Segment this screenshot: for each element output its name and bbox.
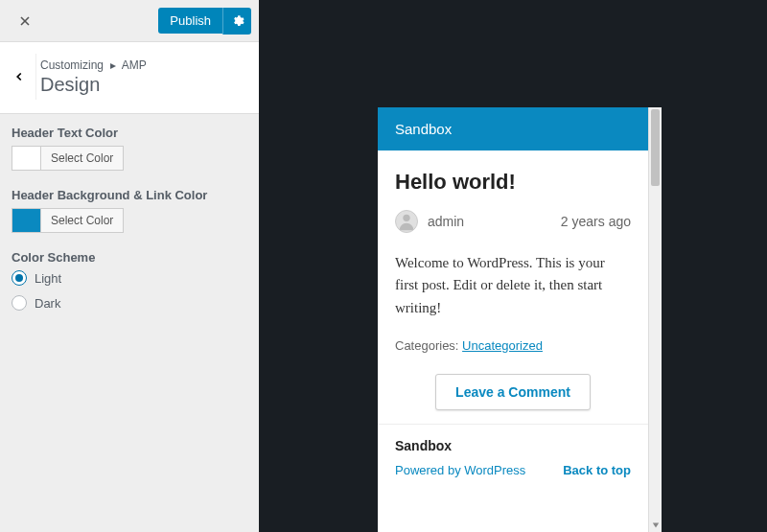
post-author: admin: [395, 210, 464, 233]
author-name: admin: [428, 214, 464, 229]
preview-frame: Sandbox Hello world! admin 2 years ago W…: [378, 107, 662, 532]
back-to-top-link[interactable]: Back to top: [563, 463, 631, 477]
close-button[interactable]: [8, 4, 42, 38]
section-heading: Customizing ▸ AMP Design: [40, 58, 147, 96]
chevron-down-icon: [652, 521, 660, 529]
select-color-button[interactable]: Select Color: [40, 208, 124, 233]
amp-header: Sandbox: [378, 107, 648, 150]
section-title: Design: [40, 74, 147, 96]
radio-input[interactable]: [12, 270, 27, 286]
controls-list: Header Text Color Select Color Header Ba…: [0, 114, 259, 532]
preview-area: Sandbox Hello world! admin 2 years ago W…: [259, 0, 767, 532]
radio-label: Dark: [35, 296, 60, 311]
post-meta: admin 2 years ago: [395, 210, 631, 233]
post-time: 2 years ago: [561, 214, 631, 229]
section-header: Customizing ▸ AMP Design: [0, 42, 259, 114]
close-icon: [17, 13, 33, 29]
control-color-scheme: Color Scheme Light Dark: [12, 250, 247, 311]
breadcrumb: Customizing ▸ AMP: [40, 58, 147, 72]
footer-links: Powered by WordPress Back to top: [395, 463, 631, 477]
customizer-sidebar: Publish Customizing ▸ AMP Design Header …: [0, 0, 259, 532]
leave-comment-button[interactable]: Leave a Comment: [435, 374, 591, 410]
radio-label: Light: [35, 271, 61, 286]
footer-site-title: Sandbox: [395, 438, 631, 453]
publish-group: Publish: [158, 8, 251, 35]
back-button[interactable]: [2, 54, 36, 100]
control-header-text-color: Header Text Color Select Color: [12, 126, 247, 171]
select-color-button[interactable]: Select Color: [40, 146, 124, 171]
color-picker: Select Color: [12, 208, 247, 233]
avatar-icon: [396, 211, 417, 232]
avatar: [395, 210, 418, 233]
categories-label: Categories:: [395, 338, 458, 353]
category-link[interactable]: Uncategorized: [462, 338, 543, 353]
gear-icon: [231, 14, 244, 28]
scrollbar[interactable]: [648, 107, 662, 532]
breadcrumb-root: Customizing: [40, 58, 104, 72]
control-label: Header Text Color: [12, 126, 247, 140]
site-title[interactable]: Sandbox: [395, 121, 452, 137]
radio-group: Light Dark: [12, 270, 247, 311]
preview-content: Sandbox Hello world! admin 2 years ago W…: [378, 107, 648, 532]
color-swatch[interactable]: [12, 146, 40, 171]
amp-article: Hello world! admin 2 years ago Welcome t…: [378, 150, 648, 424]
amp-footer: Sandbox Powered by WordPress Back to top: [378, 424, 648, 487]
post-title: Hello world!: [395, 170, 631, 195]
color-swatch[interactable]: [12, 208, 40, 233]
svg-point-2: [403, 215, 409, 221]
panel-header: Publish: [0, 0, 259, 42]
publish-settings-button[interactable]: [222, 8, 251, 35]
radio-option-dark[interactable]: Dark: [12, 295, 247, 311]
control-header-bg-link-color: Header Background & Link Color Select Co…: [12, 188, 247, 233]
chevron-left-icon: [12, 70, 26, 83]
scrollbar-thumb[interactable]: [651, 109, 660, 186]
svg-marker-4: [652, 523, 658, 528]
radio-option-light[interactable]: Light: [12, 270, 247, 286]
post-categories: Categories: Uncategorized: [395, 338, 631, 353]
breadcrumb-leaf: AMP: [122, 58, 147, 72]
powered-by-link[interactable]: Powered by WordPress: [395, 463, 525, 477]
post-content: Welcome to WordPress. This is your first…: [395, 252, 631, 319]
scrollbar-down-arrow[interactable]: [649, 519, 662, 532]
publish-button[interactable]: Publish: [158, 8, 222, 34]
control-label: Color Scheme: [12, 250, 247, 265]
color-picker: Select Color: [12, 146, 247, 171]
control-label: Header Background & Link Color: [12, 188, 247, 202]
radio-input[interactable]: [12, 295, 27, 311]
